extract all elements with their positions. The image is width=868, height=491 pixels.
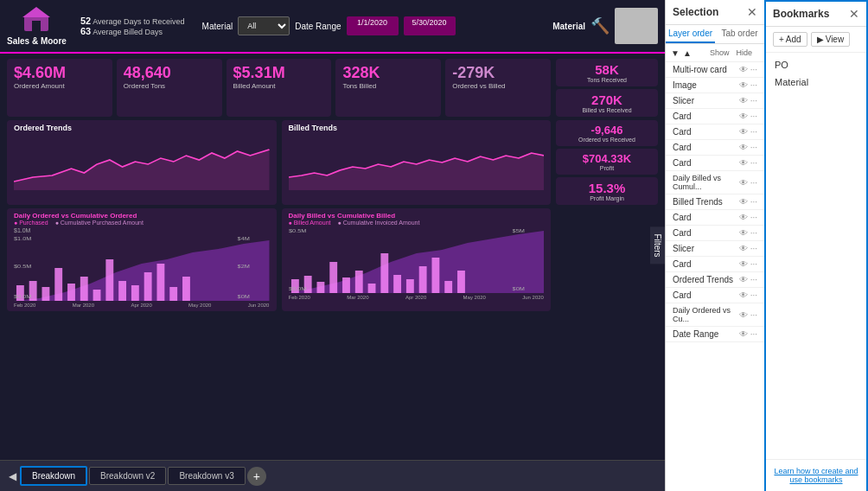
svg-rect-17 — [156, 264, 164, 301]
tab-left-arrow[interactable]: ◀ — [7, 469, 18, 484]
selection-controls: ▼ ▲ Show Hide — [666, 44, 764, 62]
layer-icons-card6: 👁 ··· — [739, 228, 757, 238]
bookmark-po[interactable]: PO — [766, 56, 866, 73]
eye-icon-9: 👁 — [739, 197, 748, 207]
eye-icon-11: 👁 — [739, 228, 748, 238]
material-filter-label: Material — [202, 22, 233, 31]
layer-image[interactable]: Image 👁 ··· — [666, 78, 764, 93]
tab-bar: ◀ Breakdown Breakdown v2 Breakdown v3 + — [0, 460, 665, 491]
layer-card-7[interactable]: Card 👁 ··· — [666, 257, 764, 272]
eye-icon-7: 👁 — [739, 158, 748, 168]
layer-slicer-1[interactable]: Slicer 👁 ··· — [666, 93, 764, 109]
dots-icon-3: ··· — [750, 96, 757, 105]
material-dropdown[interactable]: All — [238, 16, 290, 35]
dots-icon-2: ··· — [750, 80, 757, 90]
layer-card-1[interactable]: Card 👁 ··· — [666, 109, 764, 124]
billed-trends-card: Billed Trends — [282, 120, 552, 205]
view-icon: ▶ — [817, 35, 824, 44]
metric-profit-margin: 15.3% Profit Margin — [556, 177, 658, 205]
right-metrics-spacer — [556, 208, 658, 311]
arrow-up-icon: ▲ — [683, 48, 692, 58]
layer-card-3[interactable]: Card 👁 ··· — [666, 140, 764, 156]
logo-text: Sales & Moore — [7, 36, 67, 46]
layer-date-range[interactable]: Date Range 👁 ··· — [666, 327, 764, 342]
bookmarks-controls: + Add ▶ View — [766, 27, 866, 53]
layer-daily-billed-cumul[interactable]: Daily Billed vs Cumul... 👁 ··· — [666, 171, 764, 194]
eye-icon-16: 👁 — [739, 310, 748, 320]
tab-add-button[interactable]: + — [247, 467, 266, 486]
material-image — [615, 8, 658, 44]
layer-card-2[interactable]: Card 👁 ··· — [666, 124, 764, 140]
layer-slicer-2[interactable]: Slicer 👁 ··· — [666, 241, 764, 257]
layer-icons-card5: 👁 ··· — [739, 213, 757, 222]
kpi-ordered-amount-value: $4.60M — [14, 64, 105, 82]
layer-card-6[interactable]: Card 👁 ··· — [666, 226, 764, 241]
date-end[interactable]: 5/30/2020 — [404, 16, 456, 35]
layer-icons-slicer1: 👁 ··· — [739, 96, 757, 105]
svg-rect-16 — [144, 272, 152, 301]
layer-icons-image: 👁 ··· — [739, 80, 757, 90]
date-start[interactable]: 1/1/2020 — [347, 16, 399, 35]
daily-ordered-chart: $1.0M $0.5M $0.0M $4M $2M $0M — [14, 233, 270, 303]
svg-text:$0.0M: $0.0M — [289, 286, 307, 291]
right-metrics: 58K Tons Received 270K Billed vs Receive… — [556, 59, 658, 117]
bookmarks-add-button[interactable]: + Add — [773, 32, 807, 47]
svg-text:$2M: $2M — [238, 264, 250, 269]
arrow-down-icon: ▼ — [671, 48, 680, 58]
kpi-ordered-amount-label: Ordered Amount — [14, 82, 105, 90]
layer-daily-ordered-cu[interactable]: Daily Ordered vs Cu... 👁 ··· — [666, 303, 764, 327]
daily-billed-chart: $0.5M $0.0M $5M $0M — [289, 226, 545, 295]
svg-rect-11 — [80, 277, 88, 301]
dots-icon-5: ··· — [750, 127, 757, 137]
stats-area: 52 Average Days to Received 63 Average B… — [80, 16, 185, 36]
svg-rect-9 — [54, 268, 62, 301]
tab-breakdown[interactable]: Breakdown — [20, 466, 87, 486]
bookmarks-footer[interactable]: Learn how to create and use bookmarks — [766, 459, 866, 491]
dots-icon-10: ··· — [750, 213, 757, 222]
metric-ordered-vs-received-label: Ordered vs Received — [563, 137, 651, 143]
svg-rect-39 — [444, 281, 452, 293]
layer-billed-trends[interactable]: Billed Trends 👁 ··· — [666, 194, 764, 210]
tab-breakdown-v3[interactable]: Breakdown v3 — [168, 467, 245, 485]
selection-panel-tabs: Layer order Tab order — [666, 25, 764, 44]
bookmark-material[interactable]: Material — [766, 73, 866, 91]
bookmarks-panel: Bookmarks ✕ + Add ▶ View PO Material Lea… — [764, 0, 868, 491]
eye-icon-3: 👁 — [739, 96, 748, 105]
layer-icons-card1: 👁 ··· — [739, 112, 757, 121]
tab-tab-order[interactable]: Tab order — [715, 25, 764, 43]
layer-icons-slicer2: 👁 ··· — [739, 244, 757, 253]
layer-card-5[interactable]: Card 👁 ··· — [666, 210, 764, 226]
layer-card-8[interactable]: Card 👁 ··· — [666, 288, 764, 303]
svg-text:$1.0M: $1.0M — [14, 236, 32, 241]
metric-tons-received: 58K Tons Received — [556, 59, 658, 86]
layer-multi-row-card[interactable]: Multi-row card 👁 ··· — [666, 62, 764, 78]
metric-tons-received-label: Tons Received — [563, 77, 651, 83]
bookmarks-help-link[interactable]: Learn how to create and use bookmarks — [774, 467, 858, 484]
logo-icon — [22, 7, 50, 36]
filters-tab[interactable]: Filters — [650, 226, 665, 264]
layer-ordered-trends[interactable]: Ordered Trends 👁 ··· — [666, 272, 764, 288]
metric-profit-margin-value: 15.3% — [563, 181, 651, 195]
bookmarks-close[interactable]: ✕ — [849, 7, 859, 21]
svg-rect-13 — [105, 259, 113, 301]
show-label: Show — [710, 48, 730, 57]
metric-ordered-vs-received: -9,646 Ordered vs Received — [556, 120, 658, 146]
metric-billed-vs-received-value: 270K — [563, 92, 651, 107]
right-metrics-2: -9,646 Ordered vs Received $704.33K Prof… — [556, 120, 658, 205]
layer-card-4[interactable]: Card 👁 ··· — [666, 156, 764, 171]
selection-panel-header: Selection ✕ — [666, 0, 764, 25]
bookmarks-view-button[interactable]: ▶ View — [811, 32, 851, 47]
avg-billed-num: 63 — [80, 26, 91, 36]
kpi-ordered-vs-billed-label: Ordered vs Billed — [452, 82, 544, 90]
metric-profit: $704.33K Profit — [556, 149, 658, 175]
tab-layer-order[interactable]: Layer order — [666, 25, 715, 43]
dots-icon-6: ··· — [750, 143, 757, 152]
tab-breakdown-v2[interactable]: Breakdown v2 — [89, 467, 166, 485]
svg-rect-29 — [316, 282, 324, 293]
trend-section: Ordered Trends Billed Trends — [0, 120, 665, 208]
dashboard-content: Sales & Moore 52 Average Days to Receive… — [0, 0, 665, 460]
top-bar: Sales & Moore 52 Average Days to Receive… — [0, 0, 665, 54]
metric-billed-vs-received-label: Billed vs Received — [563, 107, 651, 113]
bookmarks-header: Bookmarks ✕ — [766, 2, 866, 27]
selection-panel-close[interactable]: ✕ — [747, 5, 757, 19]
